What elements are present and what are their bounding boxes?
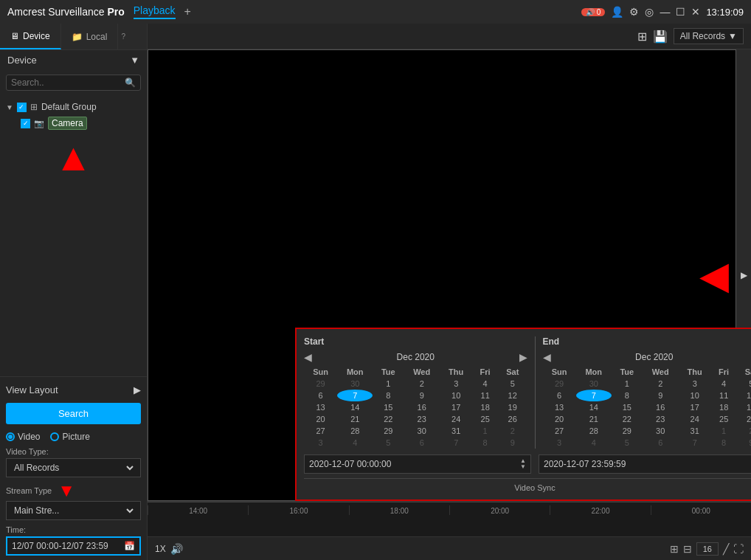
- help-circle-icon[interactable]: ?: [121, 32, 125, 41]
- cal-day[interactable]: 21: [337, 413, 373, 425]
- start-datetime-field[interactable]: ▲ ▼: [304, 454, 531, 474]
- cal-day[interactable]: 13: [304, 401, 337, 413]
- fullscreen-icon[interactable]: ⛶: [733, 543, 744, 555]
- cal-day[interactable]: 31: [679, 425, 711, 437]
- cal-day[interactable]: 1: [373, 378, 404, 390]
- cal-day[interactable]: 7: [440, 437, 472, 449]
- cal-day[interactable]: 6: [404, 437, 440, 449]
- cal-day-selected[interactable]: 7: [576, 390, 612, 401]
- settings-icon[interactable]: ⚙: [629, 6, 639, 18]
- cal-day[interactable]: 8: [612, 390, 643, 401]
- stream-type-dropdown[interactable]: Main Stre...: [11, 505, 136, 516]
- close-button[interactable]: ✕: [691, 6, 700, 18]
- cal-day[interactable]: 3: [440, 378, 472, 390]
- cal-day[interactable]: 29: [304, 378, 337, 390]
- cal-day-selected[interactable]: 7: [337, 390, 373, 401]
- volume-icon[interactable]: 🔊: [170, 543, 183, 555]
- cal-day[interactable]: 23: [404, 413, 440, 425]
- tab-playback[interactable]: Playback: [134, 4, 176, 19]
- cal-day[interactable]: 26: [736, 413, 751, 425]
- help-icon[interactable]: ◎: [645, 6, 654, 18]
- cal-day[interactable]: 20: [304, 413, 337, 425]
- cal-day[interactable]: 14: [576, 401, 612, 413]
- start-prev-button[interactable]: ◀: [304, 351, 312, 363]
- search-input[interactable]: [11, 77, 125, 88]
- start-next-button[interactable]: ▶: [519, 351, 527, 363]
- group-checkbox[interactable]: ✓: [17, 103, 27, 112]
- cal-day[interactable]: 25: [472, 413, 498, 425]
- calendar-icon[interactable]: 📅: [124, 541, 135, 551]
- minimize-button[interactable]: —: [660, 6, 670, 18]
- grid-view-icon[interactable]: ⊞: [637, 30, 647, 44]
- timeline-bar[interactable]: 14:00 16:00 18:00 20:00 22:00 00:00: [148, 502, 751, 536]
- cal-day[interactable]: 23: [643, 413, 679, 425]
- device-dropdown[interactable]: Device ▼: [0, 50, 147, 70]
- cal-day[interactable]: 30: [576, 378, 612, 390]
- cal-day[interactable]: 3: [679, 378, 711, 390]
- grid-4-icon[interactable]: ⊟: [683, 543, 692, 555]
- cal-day[interactable]: 30: [337, 378, 373, 390]
- cal-day[interactable]: 4: [711, 378, 737, 390]
- camera-checkbox[interactable]: ✓: [21, 119, 30, 128]
- video-type-dropdown[interactable]: All Records: [11, 462, 136, 474]
- add-tab-button[interactable]: +: [184, 5, 191, 18]
- cal-day[interactable]: 9: [643, 390, 679, 401]
- cal-day[interactable]: 9: [498, 437, 527, 449]
- cal-day[interactable]: 2: [404, 378, 440, 390]
- cal-day[interactable]: 29: [373, 425, 404, 437]
- tree-item-camera[interactable]: ✓ 📷 Camera: [6, 114, 141, 132]
- cal-day[interactable]: 12: [498, 390, 527, 401]
- tab-device[interactable]: 🖥 Device: [0, 24, 61, 49]
- cal-day[interactable]: 20: [543, 413, 576, 425]
- cal-day[interactable]: 7: [679, 437, 711, 449]
- cal-day[interactable]: 10: [679, 390, 711, 401]
- cal-day[interactable]: 4: [337, 437, 373, 449]
- cal-day[interactable]: 11: [711, 390, 737, 401]
- cal-day[interactable]: 13: [543, 401, 576, 413]
- cal-day[interactable]: 6: [643, 437, 679, 449]
- cal-day[interactable]: 30: [404, 425, 440, 437]
- cal-day[interactable]: 2: [498, 425, 527, 437]
- cal-day[interactable]: 19: [736, 401, 751, 413]
- radio-video[interactable]: Video: [6, 432, 40, 442]
- cal-day[interactable]: 18: [472, 401, 498, 413]
- cal-day[interactable]: 1: [711, 425, 737, 437]
- cal-day[interactable]: 19: [498, 401, 527, 413]
- cal-day[interactable]: 28: [576, 425, 612, 437]
- cal-day[interactable]: 9: [736, 437, 751, 449]
- cal-day[interactable]: 16: [643, 401, 679, 413]
- cal-day[interactable]: 22: [612, 413, 643, 425]
- search-button[interactable]: Search: [6, 403, 141, 424]
- cal-day[interactable]: 24: [440, 413, 472, 425]
- cal-day[interactable]: 1: [612, 378, 643, 390]
- cal-day[interactable]: 29: [543, 378, 576, 390]
- cal-day[interactable]: 4: [576, 437, 612, 449]
- cal-day[interactable]: 27: [304, 425, 337, 437]
- cal-day[interactable]: 12: [736, 390, 751, 401]
- cal-day[interactable]: 5: [373, 437, 404, 449]
- cal-day[interactable]: 14: [337, 401, 373, 413]
- cal-day[interactable]: 5: [612, 437, 643, 449]
- cal-day[interactable]: 4: [472, 378, 498, 390]
- radio-picture[interactable]: Picture: [50, 432, 89, 442]
- cal-day[interactable]: 18: [711, 401, 737, 413]
- cal-day[interactable]: 6: [304, 390, 337, 401]
- cal-day[interactable]: 10: [440, 390, 472, 401]
- cal-day[interactable]: 31: [440, 425, 472, 437]
- cal-day[interactable]: 9: [404, 390, 440, 401]
- tab-local[interactable]: 📁 Local: [61, 24, 119, 49]
- cal-day[interactable]: 11: [472, 390, 498, 401]
- stretch-icon[interactable]: ╱: [723, 543, 729, 555]
- user-icon[interactable]: 👤: [611, 6, 623, 18]
- end-datetime-field[interactable]: ▲ ▼: [539, 454, 751, 474]
- records-dropdown[interactable]: All Records ▼: [674, 28, 744, 44]
- cal-day[interactable]: 26: [498, 413, 527, 425]
- cal-day[interactable]: 8: [711, 437, 737, 449]
- cal-day[interactable]: 2: [643, 378, 679, 390]
- cal-day[interactable]: 3: [543, 437, 576, 449]
- cal-day[interactable]: 28: [337, 425, 373, 437]
- start-spin-down[interactable]: ▼: [520, 464, 526, 470]
- cal-day[interactable]: 30: [643, 425, 679, 437]
- search-box[interactable]: 🔍: [6, 75, 141, 91]
- grid-1-icon[interactable]: ⊞: [670, 543, 679, 555]
